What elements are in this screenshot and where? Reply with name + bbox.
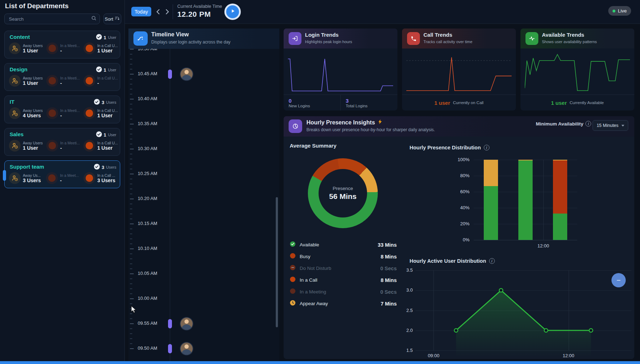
away-user-icon bbox=[9, 107, 21, 119]
current-available-time-value: 12.20 PM bbox=[177, 10, 211, 19]
department-list: Content1UserAway Users1 UserIn a Meeti..… bbox=[4, 31, 120, 193]
legend-value: 33 Mins bbox=[378, 242, 397, 248]
clock-icon bbox=[290, 300, 296, 307]
legend-item-in-a-meeting[interactable]: In a Meeting0 Secs bbox=[290, 286, 397, 298]
legend-item-available[interactable]: Available33 Mins bbox=[290, 239, 397, 251]
hourly-presence-insights-panel: Hourly Presence Insights Breaks down use… bbox=[284, 116, 634, 359]
info-icon[interactable]: i bbox=[484, 145, 489, 150]
timeline-minor-tick bbox=[130, 69, 132, 70]
search-input[interactable] bbox=[8, 16, 91, 22]
dashboard-root: List of Departments Sort Content1UserAwa… bbox=[0, 0, 640, 364]
next-day-button[interactable] bbox=[163, 8, 171, 15]
on-call-label: Currently on Call bbox=[453, 101, 484, 105]
department-card-support-team[interactable]: Support team3UsersAway Us...3 UsersIn a … bbox=[4, 160, 120, 188]
timeline-major-tick bbox=[130, 224, 134, 224]
circle-call-icon bbox=[290, 276, 296, 284]
timeline-major-tick bbox=[130, 149, 134, 149]
timeline-minor-tick bbox=[130, 164, 132, 164]
timeline-minor-tick bbox=[130, 64, 132, 65]
in-a-call-icon bbox=[83, 107, 95, 119]
bar-segment-appear_away bbox=[518, 160, 533, 160]
x-gridline bbox=[543, 160, 544, 240]
login-trends-card: Login Trends Highlights peak login hours… bbox=[284, 29, 397, 111]
info-icon[interactable]: i bbox=[489, 258, 495, 264]
away-user-icon bbox=[9, 42, 21, 54]
available-trends-title: Available Trends bbox=[542, 32, 584, 38]
call-trends-card: Call Trends Tracks call activity over ti… bbox=[402, 29, 516, 111]
timeline-event-marker[interactable] bbox=[168, 70, 172, 79]
department-card-it[interactable]: IT3UsersAway Users4 UsersIn a Meeti...-I… bbox=[4, 96, 120, 123]
timeline-minor-tick bbox=[130, 169, 132, 169]
department-card-content[interactable]: Content1UserAway Users1 UserIn a Meeti..… bbox=[4, 31, 120, 58]
timeline-minor-tick bbox=[130, 338, 132, 339]
legend-item-do-not-disturb[interactable]: Do Not Disturb0 Secs bbox=[290, 262, 397, 274]
department-card-sales[interactable]: Sales1UserAway Users1 UserIn a Meeti...-… bbox=[4, 128, 120, 156]
timeline-time-label: 09.55 AM bbox=[138, 321, 163, 326]
donut-center-value: 56 Mins bbox=[329, 192, 356, 201]
timeline-event-marker[interactable] bbox=[168, 344, 172, 353]
user-avatar[interactable] bbox=[181, 318, 193, 330]
stat-meeting: In a Meeti...- bbox=[46, 140, 80, 152]
y-axis-tick: 3.0 bbox=[402, 287, 413, 293]
legend-item-appear-away[interactable]: Appear Away7 Mins bbox=[290, 298, 397, 309]
timeline-major-tick bbox=[130, 199, 134, 199]
today-button[interactable]: Today bbox=[131, 7, 151, 16]
topbar: Today Current Available Time 12.20 PM Li… bbox=[125, 0, 640, 24]
previous-day-button[interactable] bbox=[155, 8, 162, 15]
stat-call: In a Call U...- bbox=[83, 75, 118, 87]
legend-label: In a Call bbox=[300, 277, 318, 283]
stat-away: Away Us...3 Users bbox=[9, 172, 42, 184]
stat-meeting: In a Meeti...- bbox=[46, 42, 80, 54]
department-card-design[interactable]: Design1UserAway Users1 UserIn a Meeti...… bbox=[4, 63, 120, 91]
bar-segment-appear_away bbox=[553, 160, 567, 160]
timeline-minor-tick bbox=[130, 54, 132, 55]
login-icon bbox=[289, 32, 301, 45]
play-button[interactable] bbox=[224, 4, 241, 20]
timeline-time-label: 10.20 AM bbox=[138, 196, 163, 201]
zoom-out-button[interactable]: − bbox=[611, 273, 626, 287]
timeline-minor-tick bbox=[130, 134, 132, 134]
hourly-presence-distribution-title: Hourly Presence Distribution i bbox=[410, 145, 489, 150]
current-available-time-label: Current Available Time bbox=[177, 4, 222, 9]
bar-segment-available bbox=[484, 186, 498, 240]
info-icon[interactable]: i bbox=[585, 121, 591, 127]
stat-meeting: In a Meeti...- bbox=[46, 75, 80, 87]
sort-button[interactable]: Sort bbox=[103, 14, 121, 24]
timeline-event-marker[interactable] bbox=[168, 319, 172, 328]
call-trends-title: Call Trends bbox=[423, 32, 452, 38]
search-box[interactable] bbox=[4, 14, 100, 24]
y-axis-tick: 0% bbox=[448, 237, 469, 242]
timeline-minor-tick bbox=[130, 154, 132, 154]
department-name: Support team bbox=[10, 164, 44, 170]
timeline-scrollbar[interactable] bbox=[276, 197, 278, 327]
insights-subtitle: Breaks down user presence hour-by-hour f… bbox=[306, 127, 435, 132]
timeline-panel: Timeline View Displays user login activi… bbox=[128, 29, 279, 361]
timeline-minor-tick bbox=[130, 313, 132, 314]
call-trends-subtitle: Tracks call activity over time bbox=[423, 40, 472, 44]
legend-label: Do Not Disturb bbox=[300, 266, 331, 271]
minimum-availability-dropdown[interactable]: 15 Minutes bbox=[593, 120, 628, 131]
y-axis-tick: 20% bbox=[448, 221, 469, 226]
timeline-minor-tick bbox=[130, 283, 132, 284]
department-user-count-badge: 3Users bbox=[94, 164, 116, 171]
legend-value: 0 Secs bbox=[380, 266, 397, 271]
department-name: Design bbox=[10, 66, 27, 72]
live-badge[interactable]: Live bbox=[608, 6, 631, 16]
y-axis-tick: 2.5 bbox=[402, 308, 413, 313]
user-avatar[interactable] bbox=[181, 68, 193, 80]
timeline-time-label: 10.40 AM bbox=[138, 96, 163, 101]
timeline-minor-tick bbox=[130, 114, 132, 114]
login-trends-footer: 0 New Logins 3 Total Logins bbox=[284, 94, 397, 111]
y-axis-tick: 1.5 bbox=[402, 348, 413, 353]
timeline-minor-tick bbox=[130, 268, 132, 269]
timeline-time-label: 10.50 AM bbox=[138, 49, 163, 51]
check-icon bbox=[290, 241, 296, 248]
timeline-minor-tick bbox=[130, 288, 132, 289]
timeline-title: Timeline View bbox=[151, 31, 189, 38]
timeline-minor-tick bbox=[130, 318, 132, 319]
bar-segment-in_a_call bbox=[553, 160, 567, 214]
timeline-minor-tick bbox=[130, 229, 132, 229]
legend-item-in-a-call[interactable]: In a Call8 Mins bbox=[290, 274, 397, 286]
user-avatar[interactable] bbox=[181, 343, 193, 355]
legend-item-busy[interactable]: Busy8 Mins bbox=[290, 251, 397, 262]
